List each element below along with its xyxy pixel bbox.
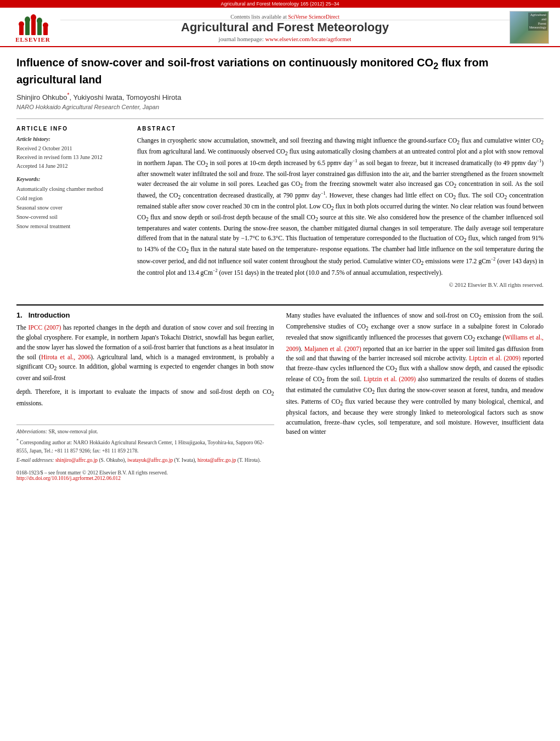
sciverse-link[interactable]: SciVerse ScienceDirect [288,14,340,20]
elsevier-logo: ELSEVIER [11,13,55,43]
copyright-line: © 2012 Elsevier B.V. All rights reserved… [137,282,544,288]
keyword-4: Snow-covered soil [16,212,126,222]
corresponding-text: Corresponding author at: NARO Hokkaido A… [16,440,264,454]
email3-link[interactable]: hirota@affrc.go.jp [197,457,236,463]
sciverse-bar: Contents lists available at SciVerse Sci… [60,13,510,20]
page-wrapper: Agricultural and Forest Meteorology 165 … [0,0,560,741]
keyword-5: Snow removal treatment [16,222,126,231]
received-date-1: Received 2 October 2011 [16,144,126,153]
journal-citation: Agricultural and Forest Meteorology 165 … [220,1,339,7]
svg-point-8 [37,18,42,24]
article-content: Influence of snow-cover and soil-frost v… [0,47,560,299]
abstract-heading: ABSTRACT [137,126,544,132]
abstract-column: ABSTRACT Changes in cryospheric snow acc… [137,126,544,288]
journal-name: Agricultural and Forest Meteorology [60,20,510,35]
journal-header: ELSEVIER Contents lists available at Sci… [0,8,560,47]
email1-person: (S. Ohkubo), [99,457,126,463]
section1-title: 1. Introduction [16,311,274,319]
svg-point-7 [31,14,36,21]
email1-link[interactable]: shinjiro@affrc.go.jp [55,457,98,463]
maljanen-link[interactable]: Maljanen et al. (2007) [304,346,361,352]
journal-homepage: journal homepage: www.elsevier.com/locat… [60,36,510,42]
homepage-link[interactable]: www.elsevier.com/locate/agrformet [265,36,352,42]
journal-thumb-text: AgriculturalandForestMeteorology [528,13,547,31]
elsevier-tree-icon [16,14,49,35]
body-divider [16,304,544,306]
email-label: E-mail addresses: [16,457,54,463]
body-section: 1. Introduction The IPCC (2007) has repo… [0,311,560,466]
liptzin2-link[interactable]: Liptzin et al. (2009) [364,376,416,382]
article-authors: Shinjiro Ohkubo*, Yukiyoshi Iwata, Tomoy… [16,92,544,101]
article-affiliation: NARO Hokkaido Agricultural Research Cent… [16,104,544,110]
keyword-1: Automatically closing chamber method [16,184,126,194]
email-footnote: E-mail addresses: shinjiro@affrc.go.jp (… [16,456,274,465]
doi-link[interactable]: http://dx.doi.org/10.1016/j.agrformet.20… [16,476,121,481]
keywords-heading: Keywords: [16,176,126,182]
article-divider [16,118,544,119]
journal-title-center: Contents lists available at SciVerse Sci… [60,13,510,42]
corresponding-footnote: * Corresponding author at: NARO Hokkaido… [16,438,274,456]
journal-thumbnail: AgriculturalandForestMeteorology [510,11,549,44]
received-revised-date: Received in revised form 13 June 2012 [16,153,126,162]
email2-link[interactable]: iwatayuk@affrc.go.jp [127,457,173,463]
svg-point-6 [25,16,30,23]
left-col-footnote: Abbreviations: SR, snow-removal plot. * … [16,425,274,465]
article-info-abstract-row: ARTICLE INFO Article history: Received 2… [16,126,544,288]
abbreviations-footnote: Abbreviations: SR, snow-removal plot. [16,428,274,436]
contents-text: Contents lists available at [230,14,286,20]
homepage-label: journal homepage: [219,36,264,42]
ipcc-link[interactable]: IPCC (2007) [29,324,61,331]
article-title: Influence of snow-cover and soil-frost v… [16,55,544,87]
body-depth-paragraph: depth. Therefore, it is important to eva… [16,387,274,408]
email3-person: (T. Hirota). [237,457,261,463]
journal-citation-bar: Agricultural and Forest Meteorology 165 … [0,0,560,8]
email2-person: (Y. Iwata), [174,457,196,463]
keyword-3: Seasonal snow cover [16,203,126,212]
svg-point-5 [19,21,24,27]
hirota-link[interactable]: Hirota et al., 2006 [41,354,90,360]
accepted-date: Accepted 14 June 2012 [16,162,126,171]
body-studies-paragraph: Many studies have evaluated the influenc… [286,311,544,437]
keyword-2: Cold region [16,194,126,203]
abbrev-label: Abbreviations: [16,429,47,434]
svg-rect-2 [31,19,36,35]
article-info-column: ARTICLE INFO Article history: Received 2… [16,126,126,288]
body-col-left: 1. Introduction The IPCC (2007) has repo… [16,311,274,466]
abstract-text: Changes in cryospheric snow accumulation… [137,136,544,278]
asterisk-sup: * [16,438,19,443]
section1-title-text: Introduction [29,311,70,319]
abbrev-text: SR, snow-removal plot. [48,429,98,434]
issn-line: 0168-1923/$ – see front matter © 2012 El… [16,470,544,476]
article-info-heading: ARTICLE INFO [16,126,126,132]
liptzin1-link[interactable]: Liptzin et al. (2009) [469,355,521,361]
svg-point-9 [43,22,48,28]
elsevier-text: ELSEVIER [15,36,50,43]
body-col-right: Many studies have evaluated the influenc… [286,311,544,466]
article-history-label: Article history: [16,136,126,142]
section1-number: 1. [16,311,22,319]
page-bottom: 0168-1923/$ – see front matter © 2012 El… [0,466,560,484]
body-intro-paragraph: The IPCC (2007) has reported changes in … [16,323,274,383]
